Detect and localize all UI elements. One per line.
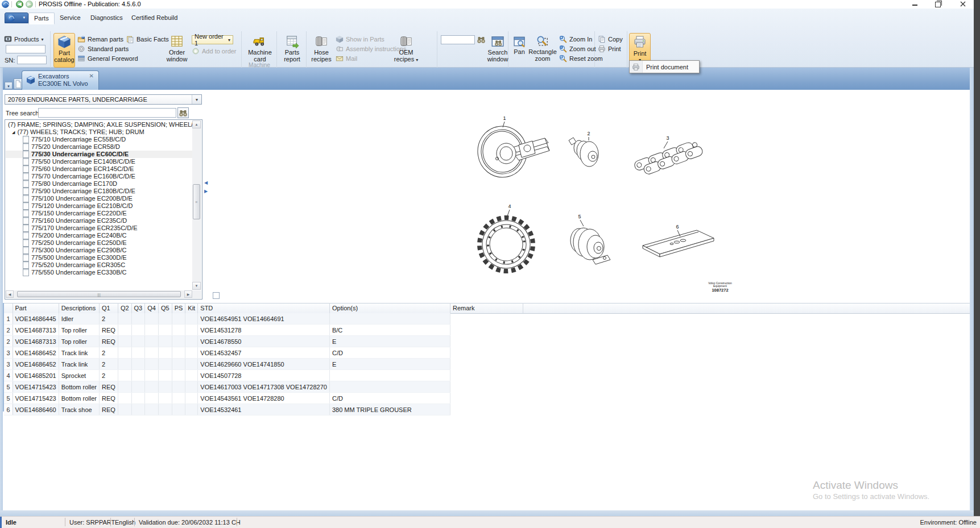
scroll-up-icon[interactable]: ▲ — [192, 120, 201, 128]
diagram-part-track-shoe[interactable] — [643, 230, 714, 257]
table-row[interactable]: 4VOE14685201Sprocket2VOE14507728 — [4, 370, 523, 381]
table-row[interactable]: 5VOE14715423Bottom rollerREQVOE14617003 … — [4, 381, 523, 393]
tree-item[interactable]: 775/80 Undercarriage EC170D — [6, 180, 192, 188]
scroll-right-icon[interactable]: ▶ — [184, 290, 192, 298]
mail-button[interactable]: Mail — [336, 54, 357, 63]
tree-item[interactable]: 775/50 Undercarriage EC140B/C/D/E — [6, 158, 192, 165]
diagram-part-idler[interactable] — [474, 123, 549, 180]
tree-item[interactable]: 775/30 Undercarriage EC60C/D/E — [6, 151, 192, 158]
tree-item[interactable]: 775/60 Undercarriage ECR145C/D/E — [6, 165, 192, 173]
tree-search-button[interactable] — [177, 107, 189, 118]
tab-close-icon[interactable]: ✕ — [89, 73, 94, 79]
table-row[interactable]: 2VOE14687313Top rollerREQVOE14531278B/C — [4, 325, 523, 336]
scroll-left-icon[interactable]: ◀ — [6, 290, 14, 298]
scroll-down-icon[interactable]: ▼ — [192, 282, 201, 290]
restore-button[interactable] — [931, 0, 945, 8]
order-window-button[interactable]: Order window — [165, 33, 189, 68]
oem-recipes-button[interactable]: OEM recipes ▾ — [392, 33, 420, 68]
tree-vertical-scrollbar[interactable]: ▲ ▼ ≡ — [192, 120, 201, 290]
tab-service[interactable]: Service — [55, 13, 86, 23]
column-header[interactable]: STD — [198, 303, 330, 313]
products-button[interactable]: Products ▾ — [4, 35, 43, 44]
table-row[interactable]: 5VOE14715423Bottom rollerREQVOE14543561 … — [4, 393, 523, 404]
print-document-menu-item[interactable]: Print document — [643, 64, 688, 70]
tree-horizontal-scrollbar[interactable]: ◀ ▶ ||| — [6, 290, 192, 298]
column-header[interactable]: Q1 — [100, 303, 118, 313]
search-input[interactable] — [441, 35, 475, 44]
column-header[interactable]: Q4 — [145, 303, 159, 313]
tree-item[interactable]: 775/500 Undercarriage EC300D/E — [6, 254, 192, 261]
tree-item[interactable]: 775/120 Undercarriage EC210B/C/D — [6, 202, 192, 210]
copy-button[interactable]: Copy — [598, 35, 623, 44]
column-header[interactable]: Descriptions — [59, 303, 99, 313]
table-row[interactable]: 3VOE14686452Track link2VOE14532457C/D — [4, 347, 523, 359]
tree-item[interactable]: 775/300 Undercarriage EC290B/C — [6, 247, 192, 254]
table-row[interactable]: 3VOE14686452Track link2VOE14629660 VOE14… — [4, 359, 523, 370]
tree-item[interactable]: 775/70 Undercarriage EC160B/C/D/E — [6, 173, 192, 180]
tree-search-input[interactable] — [38, 108, 176, 118]
hose-recipes-button[interactable]: Hose recipes — [309, 33, 333, 68]
splitter-collapse-right-icon[interactable]: ▶ — [204, 189, 208, 194]
expander-icon[interactable]: ◢ — [12, 128, 15, 136]
search-window-button[interactable]: Search window — [488, 33, 507, 68]
diagram-part-track-link[interactable] — [634, 139, 704, 178]
zoom-in-button[interactable]: Zoom In — [559, 35, 592, 44]
show-in-parts-button[interactable]: Show in Parts — [336, 35, 384, 44]
tree-item[interactable]: 775/170 Undercarriage ECR235C/D/E — [6, 224, 192, 232]
zoom-out-button[interactable]: Zoom out — [559, 44, 596, 53]
diagram-part-bottom-roller[interactable] — [570, 228, 610, 264]
tree-item[interactable]: 775/150 Undercarriage EC220D/E — [6, 210, 192, 217]
scrollbar-thumb[interactable]: ≡ — [193, 184, 200, 219]
tree-item[interactable]: 775/520 Undercarriage ECR305C — [6, 261, 192, 269]
standard-parts-button[interactable]: Standard parts — [77, 44, 129, 53]
tree-item[interactable]: 775/100 Undercarriage EC200B/D/E — [6, 195, 192, 202]
basic-facts-button[interactable]: Basic Facts — [126, 35, 169, 44]
pan-button[interactable]: Pan — [511, 33, 528, 68]
parts-report-button[interactable]: Parts report — [280, 33, 304, 68]
tree-item[interactable]: 775/90 Undercarriage EC180B/C/D/E — [6, 188, 192, 195]
profile-input[interactable] — [6, 45, 46, 53]
tree-item[interactable]: ◢(77) WHEELS; TRACKS; TYRE; HUB; DRUM — [6, 128, 192, 136]
new-order-select[interactable]: New order 1 ▾ — [192, 35, 233, 44]
table-row[interactable]: 6VOE14686460Track shoeREQVOE14532461380 … — [4, 404, 523, 415]
tree-item[interactable]: (7) FRAME; SPRINGS; DAMPING; AXLE SUSPEN… — [6, 121, 192, 128]
search-go-button[interactable] — [477, 35, 486, 44]
scrollbar-thumb[interactable]: ||| — [17, 291, 181, 297]
back-button[interactable]: ◀ — [16, 1, 23, 8]
tab-list-dropdown-button[interactable]: ▾ — [5, 82, 13, 89]
tree-item[interactable]: 775/250 Undercarriage EC250D/E — [6, 239, 192, 247]
sn-input[interactable] — [17, 56, 47, 64]
column-header[interactable]: PS — [172, 303, 185, 313]
tab-parts[interactable]: Parts — [28, 13, 55, 24]
tab-diagnostics[interactable]: Diagnostics — [85, 13, 128, 23]
column-header[interactable]: Part — [13, 303, 59, 313]
application-menu-button[interactable]: ▾ — [5, 13, 28, 23]
general-foreword-button[interactable]: General Foreword — [77, 54, 138, 63]
add-to-order-button[interactable]: Add to order — [192, 47, 237, 56]
column-header[interactable]: Q5 — [158, 303, 172, 313]
forward-button[interactable]: ▶ — [26, 1, 33, 8]
table-row[interactable]: 1VOE14686445Idler2VOE14654951 VOE1466469… — [4, 313, 523, 325]
column-header[interactable]: Option(s) — [329, 303, 450, 313]
rectangle-zoom-button[interactable]: Rectangle zoom — [530, 33, 556, 68]
diagram-part-top-roller[interactable] — [569, 138, 598, 167]
reman-parts-button[interactable]: Reman parts — [77, 35, 123, 44]
diagram-part-sprocket[interactable] — [474, 213, 537, 276]
column-header[interactable]: Q2 — [118, 303, 131, 313]
document-tab-active[interactable]: Excavators EC300E NL Volvo ✕ — [22, 70, 99, 90]
column-header[interactable]: Kit — [185, 303, 198, 313]
column-header[interactable]: Remark — [450, 303, 523, 313]
column-header[interactable]: Q3 — [131, 303, 145, 313]
tree-item[interactable]: 775/200 Undercarriage EC240B/C — [6, 232, 192, 239]
print-quick-button[interactable]: Print — [598, 44, 621, 53]
table-row[interactable]: 2VOE14687313Top rollerREQVOE14678550E — [4, 336, 523, 347]
tree-item[interactable]: 775/20 Undercarriage ECR58/D — [6, 143, 192, 151]
catalog-section-select[interactable]: 20769 ENDURANCE PARTS, UNDERCARRIAGE ▼ — [5, 94, 202, 105]
splitter-collapse-left-icon[interactable]: ◀ — [204, 181, 208, 185]
panel-resize-handle[interactable] — [213, 292, 220, 299]
tree-item[interactable]: 775/550 Undercarriage EC330B/C — [6, 269, 192, 276]
minimize-button[interactable] — [907, 0, 922, 8]
tab-certified-rebuild[interactable]: Certified Rebuild — [126, 13, 183, 23]
tree-item[interactable]: 775/160 Undercarriage EC235C/D — [6, 217, 192, 224]
part-catalog-button[interactable]: Part catalog — [53, 33, 75, 68]
